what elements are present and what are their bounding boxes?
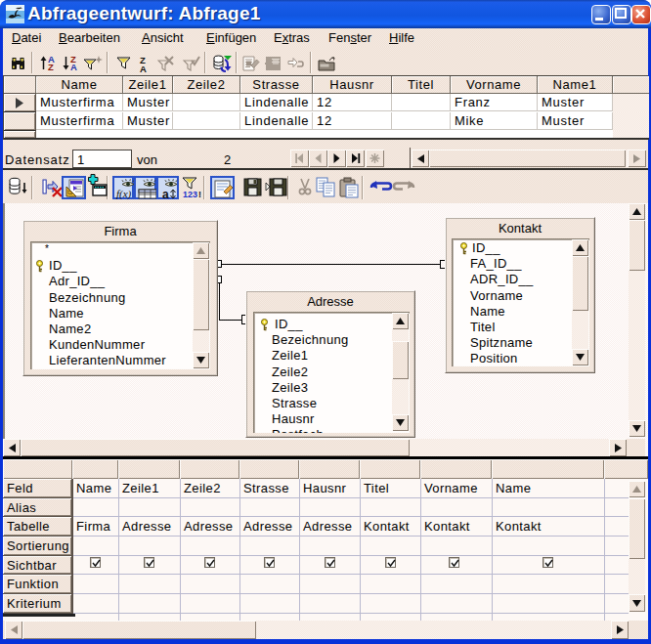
svg-text:f(x): f(x) [116,188,132,200]
svg-text:A: A [70,62,77,70]
svg-text:123: 123 [183,190,197,199]
svg-text:!: ! [198,190,201,199]
svg-text:Z: Z [48,62,54,70]
svg-text:a: a [162,188,169,200]
svg-text:A: A [140,64,147,72]
